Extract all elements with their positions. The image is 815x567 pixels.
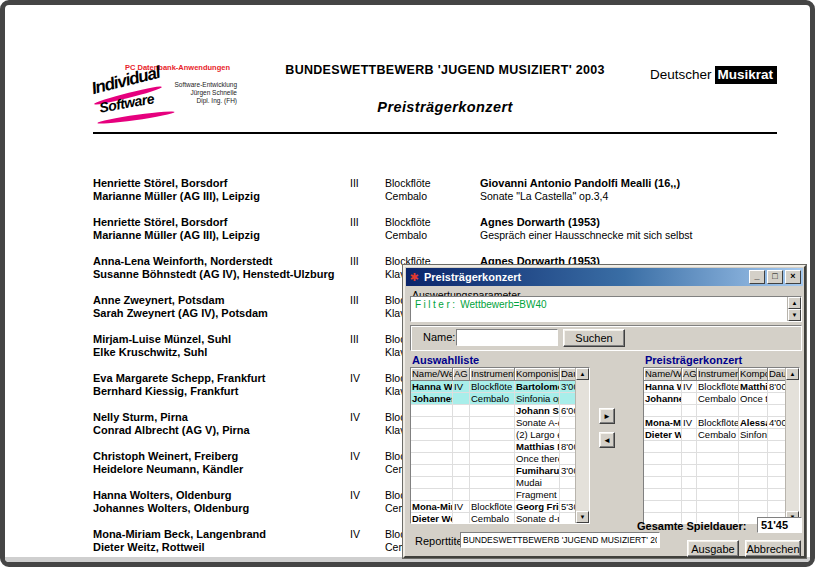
participant-names: Mona-Miriam Beck, Langenbrand Dieter Wei… (93, 528, 350, 554)
list-item[interactable] (644, 453, 799, 465)
participant-line2: Sarah Zweynert (AG IV), Potsdam (93, 307, 350, 320)
age-group: IV (350, 528, 385, 554)
move-left-button[interactable]: ◄ (599, 432, 615, 448)
participant-line2: Dieter Weitz, Rottweil (93, 541, 350, 554)
dialog-title: Preisträgerkonzert (424, 271, 747, 283)
filter-textarea[interactable]: Filter: Wettbewerb=BW40 ▲ ▼ (410, 296, 802, 322)
list-item[interactable]: Dieter Weit Cembalo Sonate d-m (411, 513, 589, 524)
maximize-button[interactable]: □ (767, 270, 783, 284)
list-item[interactable]: Dieter Weit Cembalo Sinfonia Nr. (644, 429, 799, 441)
close-button[interactable]: × (785, 270, 801, 284)
list-item[interactable]: Mona-Miria IV Blockflöte Alessandro 4'00 (644, 417, 799, 429)
list-item[interactable]: Once there (411, 453, 589, 465)
participant-names: Anna-Lena Weinforth, Norderstedt Susanne… (93, 255, 350, 281)
minimize-button[interactable]: _ (749, 270, 765, 284)
composer: Giovanni Antonio Pandolfi Mealli (16,,) (480, 177, 783, 190)
scroll-down-icon[interactable]: ▼ (576, 511, 589, 523)
list-item[interactable]: Hanna Wolt IV Blockflöte Matthias M. 8'0… (644, 381, 799, 393)
right-grid-scrollbar[interactable]: ▲ ▼ (785, 368, 799, 523)
list-item[interactable] (644, 405, 799, 417)
filter-keyword: Filter: (415, 299, 458, 310)
age-group: III (350, 255, 385, 281)
instruments: Blockflöte Cembalo (385, 177, 480, 203)
list-item[interactable]: Johann Seb 6'00 (411, 405, 589, 417)
age-group: IV (350, 450, 385, 476)
participant-line2: Marianne Müller (AG III), Leipzig (93, 229, 350, 242)
list-item[interactable] (644, 465, 799, 477)
list-item[interactable]: Fumiharu Y 3'00 (411, 465, 589, 477)
list-item[interactable]: Mudai (411, 477, 589, 489)
col-name[interactable]: Name/Wettb (644, 368, 682, 381)
list-item[interactable]: Matthias M. 8'00 (411, 441, 589, 453)
list-item[interactable]: Johannes V Cembalo Once there (644, 393, 799, 405)
scroll-down-icon[interactable]: ▼ (788, 309, 801, 321)
filter-scrollbar[interactable]: ▲ ▼ (787, 297, 801, 321)
participant-line1: Mona-Miriam Beck, Langenbrand (93, 528, 350, 541)
col-instrument[interactable]: Instrument (470, 368, 515, 381)
scroll-up-icon[interactable]: ▲ (788, 297, 801, 309)
selection-grid: Name/Wettb AG Instrument Komponist/ Daue… (410, 367, 590, 524)
header-rule (93, 132, 777, 134)
name-input[interactable] (456, 329, 558, 346)
output-button[interactable]: Ausgabe (687, 540, 739, 557)
list-item[interactable]: Hanna Wolt IV Blockflöte Bartolomeo 3'00 (411, 381, 589, 393)
total-duration-label: Gesamte Spieldauer: (637, 520, 746, 532)
report-subtitle: Preisträgerkonzert (205, 99, 685, 115)
app-icon: ✱ (408, 271, 420, 283)
col-name[interactable]: Name/Wettb (411, 368, 453, 381)
screenshot-frame: PC Datenbank-Anwendungen Individual Soft… (0, 0, 815, 567)
piece-title: Gespräch einer Hausschnecke mit sich sel… (480, 229, 783, 242)
total-duration-value[interactable] (757, 517, 802, 533)
right-list-title: Preisträgerkonzert (645, 354, 742, 366)
instrument-line2: Cembalo (385, 190, 480, 203)
list-item[interactable]: (2) Largo e (411, 429, 589, 441)
age-group: III (350, 294, 385, 320)
cancel-button[interactable]: Abbrechen (745, 540, 801, 557)
participant-line1: Eva Margarete Schepp, Frankfurt (93, 372, 350, 385)
list-item[interactable] (644, 501, 799, 513)
list-item[interactable]: Sonate A-du (411, 417, 589, 429)
scroll-up-icon[interactable]: ▲ (786, 368, 799, 380)
col-instrument[interactable]: Instrument (697, 368, 739, 381)
col-ag[interactable]: AG (453, 368, 470, 381)
list-item[interactable] (644, 441, 799, 453)
age-group: IV (350, 372, 385, 398)
brand-right: Musikrat (715, 66, 778, 84)
piece-title: Sonate "La Castella" op.3,4 (480, 190, 783, 203)
participant-names: Nelly Sturm, Pirna Conrad Albrecht (AG V… (93, 411, 350, 437)
report-title-input[interactable] (460, 532, 660, 548)
participant-line2: Heidelore Neumann, Kändler (93, 463, 350, 476)
name-label: Name: (423, 331, 455, 343)
filter-expression: Filter: Wettbewerb=BW40 (415, 299, 547, 310)
list-item[interactable]: Johannes V Cembalo Sinfonia op. (411, 393, 589, 405)
participant-line1: Christoph Weinert, Freiberg (93, 450, 350, 463)
list-item[interactable]: Mona-Miria IV Blockflöte Georg Fried 5'3… (411, 501, 589, 513)
participant-line2: Johannes Wolters, Oldenburg (93, 502, 350, 515)
list-item[interactable] (644, 477, 799, 489)
col-komponist[interactable]: Komponist/ (739, 368, 768, 381)
list-item[interactable] (644, 489, 799, 501)
work: Agnes Dorwarth (1953) Gespräch einer Hau… (480, 216, 783, 242)
filter-value: Wettbewerb=BW40 (460, 299, 546, 310)
col-komponist[interactable]: Komponist/ (515, 368, 560, 381)
table-row: Henriette Störel, Borsdorf Marianne Müll… (93, 216, 783, 242)
grid-header: Name/Wettb AG Instrument Komponist/ Daue… (644, 368, 799, 381)
scroll-up-icon[interactable]: ▲ (576, 368, 589, 380)
dialog-titlebar[interactable]: ✱ Preisträgerkonzert _ □ × (406, 268, 803, 286)
age-group: III (350, 333, 385, 359)
move-right-button[interactable]: ► (599, 408, 615, 424)
age-group: III (350, 177, 385, 203)
list-item[interactable]: Fragment 1 (411, 489, 589, 501)
search-panel: Name: Suchen (410, 325, 802, 351)
left-grid-scrollbar[interactable]: ▲ ▼ (575, 368, 589, 523)
search-button[interactable]: Suchen (563, 329, 625, 347)
participant-names: Henriette Störel, Borsdorf Marianne Müll… (93, 216, 350, 242)
participant-names: Christoph Weinert, Freiberg Heidelore Ne… (93, 450, 350, 476)
col-ag[interactable]: AG (682, 368, 697, 381)
participant-names: Anne Zweynert, Potsdam Sarah Zweynert (A… (93, 294, 350, 320)
participant-names: Mirjam-Luise Münzel, Suhl Elke Kruschwit… (93, 333, 350, 359)
instrument-line2: Cembalo (385, 229, 480, 242)
participant-line1: Nelly Sturm, Pirna (93, 411, 350, 424)
participant-names: Hanna Wolters, Oldenburg Johannes Wolter… (93, 489, 350, 515)
participant-names: Henriette Störel, Borsdorf Marianne Müll… (93, 177, 350, 203)
